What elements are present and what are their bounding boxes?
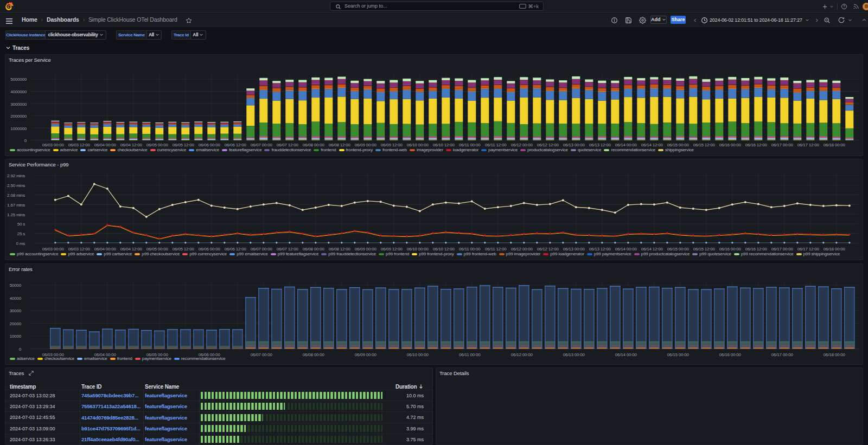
svg-text:1.25 mins: 1.25 mins [7, 212, 25, 217]
svg-text:40000: 40000 [10, 296, 22, 301]
svg-text:1000000: 1000000 [10, 126, 27, 131]
svg-text:5000000: 5000000 [10, 77, 27, 82]
svg-text:4000000: 4000000 [10, 89, 27, 94]
svg-text:50 s: 50 s [17, 222, 25, 227]
svg-text:0: 0 [19, 347, 22, 352]
svg-text:20000: 20000 [10, 321, 22, 326]
svg-text:0 ms: 0 ms [16, 241, 25, 246]
svg-text:10000: 10000 [10, 334, 22, 339]
svg-text:2.92 mins: 2.92 mins [7, 173, 25, 178]
svg-text:2.08 mins: 2.08 mins [7, 193, 25, 198]
svg-text:30000: 30000 [10, 308, 22, 313]
svg-text:0: 0 [24, 138, 27, 143]
svg-text:2.50 mins: 2.50 mins [7, 183, 25, 188]
svg-text:2000000: 2000000 [10, 114, 27, 119]
svg-text:1.67 mins: 1.67 mins [7, 203, 25, 208]
svg-text:50000: 50000 [10, 283, 22, 288]
svg-text:25 s: 25 s [17, 231, 25, 236]
svg-text:3000000: 3000000 [10, 102, 27, 107]
